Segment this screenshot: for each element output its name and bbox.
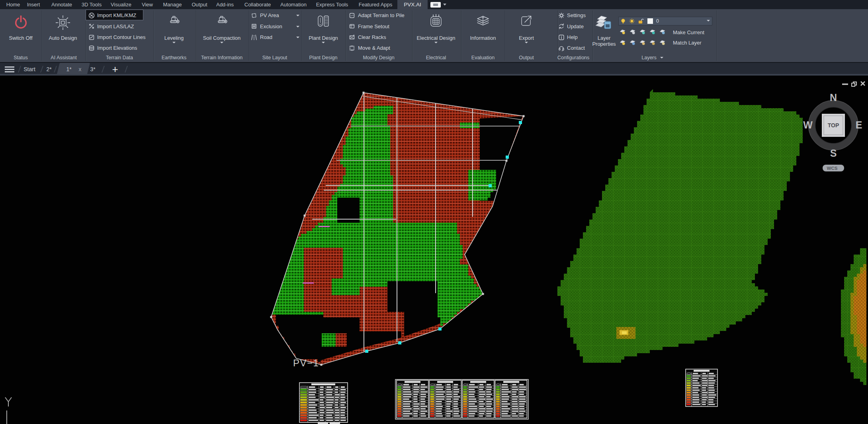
svg-text:WCS: WCS bbox=[827, 166, 838, 171]
svg-text:W: W bbox=[803, 119, 813, 130]
svg-text:TOP: TOP bbox=[828, 122, 839, 128]
svg-text:E: E bbox=[856, 119, 862, 130]
svg-text:N: N bbox=[830, 92, 837, 103]
svg-text:S: S bbox=[830, 148, 837, 159]
svg-text:PV−1: PV−1 bbox=[293, 358, 319, 368]
